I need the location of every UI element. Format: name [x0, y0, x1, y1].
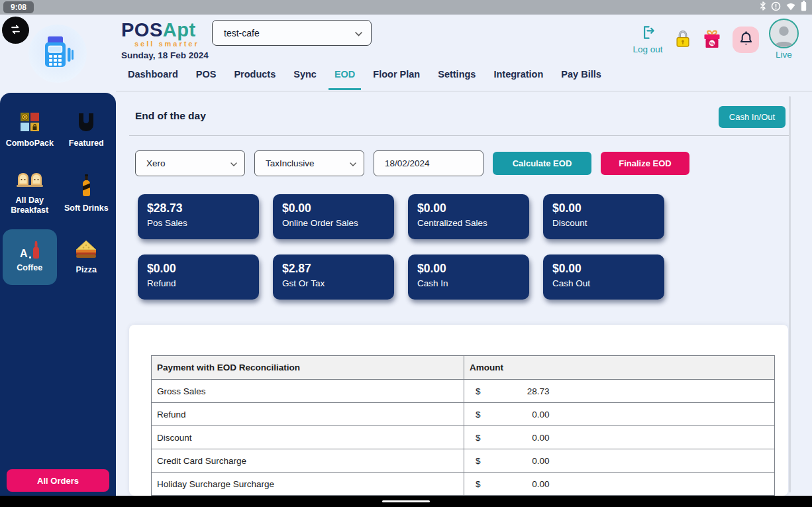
category-grid: ComboPack Featured	[0, 93, 116, 285]
header-date: Sunday, 18 Feb 2024	[121, 50, 209, 60]
row-amount: $0.00	[464, 473, 775, 496]
reconciliation-card: Payment with EOD Reconciliation Amount G…	[129, 325, 788, 496]
tab-products[interactable]: Products	[234, 69, 276, 90]
gift-icon[interactable]: %	[702, 29, 722, 53]
tab-dashboard[interactable]: Dashboard	[128, 69, 178, 90]
logout-button[interactable]: Log out	[630, 24, 666, 54]
tab-settings[interactable]: Settings	[438, 69, 476, 90]
tab-eod[interactable]: EOD	[329, 69, 361, 90]
row-label: Credit Card Surcharge	[152, 449, 464, 473]
row-label: Discount	[152, 426, 464, 449]
alert-icon	[771, 1, 781, 14]
sidebar-item-all-day-breakfast[interactable]: All Day Breakfast	[3, 166, 57, 221]
accounting-provider-value: Xero	[146, 158, 166, 168]
accounting-provider-select[interactable]: Xero	[135, 150, 245, 176]
logout-icon	[639, 32, 656, 43]
home-indicator[interactable]	[382, 500, 430, 502]
row-amount: $0.00	[464, 403, 775, 426]
tax-mode-value: TaxInclusive	[266, 158, 315, 168]
stat-value: $0.00	[417, 201, 529, 215]
tab-floor-plan[interactable]: Floor Plan	[373, 69, 420, 90]
category-label: Featured	[68, 139, 105, 148]
stat-card-online-order-sales: $0.00 Online Order Sales	[273, 194, 394, 239]
pizza-icon	[74, 240, 98, 261]
category-label: Soft Drinks	[63, 203, 110, 213]
stat-card-centralized-sales: $0.00 Centralized Sales	[408, 194, 529, 239]
category-label: All Day Breakfast	[3, 196, 57, 215]
calculate-eod-button[interactable]: Calculate EOD	[493, 152, 591, 175]
status-time: 9:08	[3, 1, 34, 13]
table-row: Gross Sales $28.73	[152, 380, 775, 403]
posapt-logo: POSApt	[121, 20, 209, 40]
title-divider	[129, 135, 789, 136]
row-amount: $0.00	[464, 426, 775, 449]
app-screen: 9:08	[0, 0, 812, 507]
scrollbar[interactable]	[789, 96, 791, 492]
stat-card-cash-in: $0.00 Cash In	[408, 254, 529, 300]
all-orders-button[interactable]: All Orders	[7, 469, 109, 492]
table-row: Refund $0.00	[152, 403, 775, 426]
combopack-icon	[20, 112, 40, 135]
android-status-bar: 9:08	[0, 0, 812, 15]
sidebar-item-combopack[interactable]: ComboPack	[3, 102, 57, 158]
category-label: Coffee	[15, 263, 44, 273]
store-select[interactable]: test-cafe	[212, 20, 372, 46]
tab-pos[interactable]: POS	[196, 69, 217, 90]
table-row: Holiday Surcharge Surcharge $0.00	[152, 473, 775, 496]
stat-card-gst-or-tax: $2.87 Gst Or Tax	[273, 254, 394, 300]
row-label: Gross Sales	[152, 380, 464, 403]
stat-cards-grid: $28.73 Pos Sales $0.00 Online Order Sale…	[138, 194, 664, 300]
breakfast-icon	[16, 172, 44, 192]
cash-in-out-button[interactable]: Cash In/Out	[719, 106, 786, 128]
page-title: End of the day	[135, 110, 206, 122]
category-label: ComboPack	[5, 139, 55, 148]
notifications-button[interactable]	[733, 27, 759, 53]
logout-label: Log out	[630, 44, 666, 54]
sidebar-item-coffee[interactable]: A Coffee	[3, 229, 57, 285]
table-header-row: Payment with EOD Reconciliation Amount	[152, 356, 775, 380]
col-header-amount: Amount	[464, 356, 775, 380]
avatar[interactable]	[769, 19, 799, 48]
tax-mode-select[interactable]: TaxInclusive	[254, 150, 364, 176]
lock-icon[interactable]	[674, 28, 692, 52]
stat-label: Online Order Sales	[282, 218, 394, 228]
tab-pay-bills[interactable]: Pay Bills	[561, 69, 601, 90]
stat-label: Cash Out	[552, 278, 664, 288]
table-row: Credit Card Surcharge $0.00	[152, 449, 775, 473]
table-row: Discount $0.00	[152, 426, 775, 449]
coffee-icon: A	[20, 241, 40, 259]
stat-card-discount: $0.00 Discount	[543, 194, 664, 239]
eod-date-input[interactable]	[374, 150, 483, 176]
main-nav: Dashboard POS Products Sync EOD Floor Pl…	[128, 69, 601, 90]
stat-label: Cash In	[417, 278, 529, 288]
stat-label: Discount	[552, 218, 664, 228]
store-select-value: test-cafe	[224, 28, 260, 38]
chevron-down-icon	[350, 158, 356, 168]
chevron-down-icon	[355, 28, 362, 38]
chevron-down-icon	[230, 158, 237, 168]
stat-card-pos-sales: $28.73 Pos Sales	[138, 194, 259, 239]
svg-text:%: %	[709, 40, 714, 46]
sidebar-item-featured[interactable]: Featured	[60, 102, 114, 158]
tab-integration[interactable]: Integration	[493, 69, 543, 90]
bell-icon	[738, 30, 754, 50]
category-label: Pizza	[75, 265, 98, 275]
battery-icon	[801, 1, 807, 14]
stat-value: $28.73	[147, 201, 259, 215]
stat-card-cash-out: $0.00 Cash Out	[543, 254, 664, 300]
stat-value: $0.00	[552, 262, 664, 276]
category-sidebar: ComboPack Featured	[0, 93, 116, 496]
tab-sync[interactable]: Sync	[293, 69, 317, 90]
row-amount: $0.00	[464, 449, 775, 473]
switch-view-button[interactable]	[2, 17, 29, 44]
featured-icon	[77, 112, 95, 135]
finalize-eod-button[interactable]: Finalize EOD	[601, 152, 689, 175]
sidebar-item-soft-drinks[interactable]: Soft Drinks	[60, 166, 114, 221]
stat-label: Refund	[147, 278, 259, 288]
brand-block: POSApt sell smarter Sunday, 18 Feb 2024	[121, 20, 209, 60]
pos-terminal-icon	[42, 35, 74, 72]
stat-value: $2.87	[282, 262, 394, 276]
sidebar-item-pizza[interactable]: Pizza	[60, 229, 114, 285]
repeat-icon	[9, 23, 22, 38]
nav-divider	[116, 91, 812, 91]
